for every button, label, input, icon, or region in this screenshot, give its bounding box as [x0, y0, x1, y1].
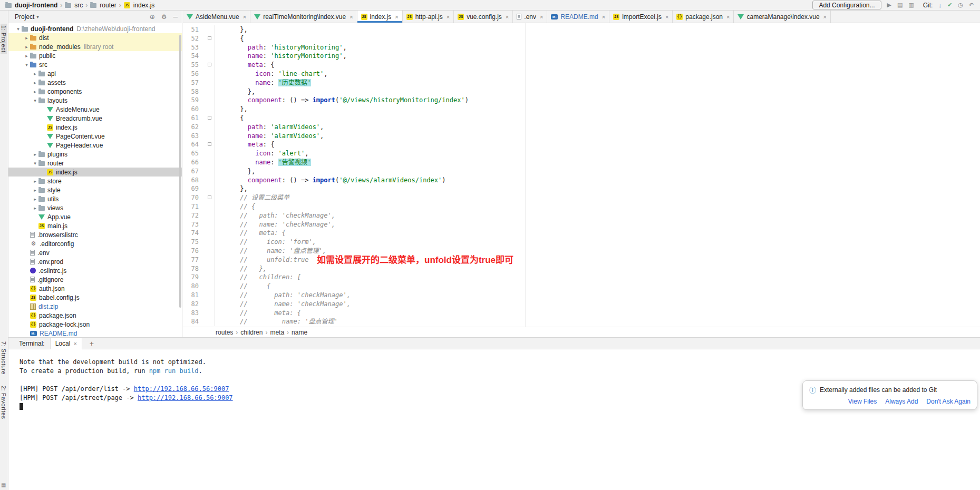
- line-number[interactable]: 54: [183, 52, 199, 61]
- chevron-collapsed-icon[interactable]: ▸: [32, 188, 38, 193]
- close-icon[interactable]: ×: [506, 14, 509, 20]
- tab--env[interactable]: .env×: [513, 11, 547, 23]
- line-number[interactable]: 79: [183, 273, 199, 282]
- chevron-expanded-icon[interactable]: ▾: [32, 98, 38, 103]
- notification-action-always-add[interactable]: Always Add: [885, 398, 918, 405]
- tree-item-api[interactable]: ▸api: [8, 69, 182, 78]
- line-number[interactable]: 66: [183, 158, 199, 167]
- run-icon[interactable]: ▶: [887, 2, 891, 8]
- chevron-collapsed-icon[interactable]: ▸: [23, 35, 30, 41]
- tree-item-auth-json[interactable]: {}auth.json: [8, 284, 182, 293]
- breadcrumb-item-src[interactable]: src: [65, 2, 83, 9]
- tree-item-app-vue[interactable]: App.vue: [8, 212, 182, 221]
- tree-item-dist-zip[interactable]: dist.zip: [8, 302, 182, 311]
- code-area[interactable]: 51 },52 {53 path: 'historyMonitoring',54…: [183, 23, 980, 327]
- tab-http-api-js[interactable]: JShttp-api.js×: [403, 11, 454, 23]
- close-icon[interactable]: ×: [350, 14, 353, 20]
- tree-item--eslintrc-js[interactable]: .eslintrc.js: [8, 266, 182, 275]
- chevron-expanded-icon[interactable]: ▾: [32, 161, 38, 166]
- tool-window-button-favorites[interactable]: 2: Favorites: [1, 386, 7, 419]
- terminal-link[interactable]: http://192.168.66.56:9007: [138, 394, 233, 401]
- close-icon[interactable]: ×: [823, 14, 827, 20]
- git-commit-icon[interactable]: ✔: [947, 2, 952, 8]
- breadcrumb-item-meta[interactable]: meta: [270, 329, 284, 336]
- line-number[interactable]: 68: [183, 176, 199, 185]
- project-scrollbar[interactable]: [179, 35, 181, 308]
- fold-icon[interactable]: [208, 36, 211, 40]
- chevron-collapsed-icon[interactable]: ▸: [32, 152, 38, 157]
- chevron-expanded-icon[interactable]: ▾: [23, 62, 30, 67]
- chevron-collapsed-icon[interactable]: ▸: [32, 197, 38, 202]
- tab-importexcel-js[interactable]: JSimportExcel.js×: [609, 11, 673, 23]
- tab-readme-md[interactable]: M↓README.md×: [547, 11, 609, 23]
- tree-item-main-js[interactable]: JSmain.js: [8, 221, 182, 230]
- tree-item-components[interactable]: ▸components: [8, 87, 182, 96]
- tree-item-package-json[interactable]: {}package.json: [8, 311, 182, 320]
- line-number[interactable]: 62: [183, 123, 199, 132]
- tool-window-switcher-icon[interactable]: ▦: [1, 482, 6, 488]
- breadcrumb-item-router[interactable]: router: [90, 2, 116, 9]
- breadcrumb-item-duoji-frontend[interactable]: duoji-frontend: [5, 2, 57, 9]
- line-number[interactable]: 61: [183, 114, 199, 123]
- git-revert-icon[interactable]: ↶: [969, 2, 974, 8]
- line-number[interactable]: 82: [183, 300, 199, 309]
- close-icon[interactable]: ×: [665, 14, 668, 20]
- tree-item-index-js[interactable]: JSindex.js: [8, 123, 182, 132]
- fold-icon[interactable]: [208, 116, 211, 120]
- line-number[interactable]: 70: [183, 193, 199, 202]
- line-number[interactable]: 67: [183, 167, 199, 176]
- line-number[interactable]: 75: [183, 238, 199, 247]
- chevron-collapsed-icon[interactable]: ▸: [32, 71, 38, 76]
- git-history-icon[interactable]: ◷: [958, 2, 963, 8]
- line-number[interactable]: 83: [183, 309, 199, 318]
- line-number[interactable]: 69: [183, 184, 199, 193]
- tree-item-breadcrumb-vue[interactable]: Breadcrumb.vue: [8, 114, 182, 123]
- line-number[interactable]: 59: [183, 96, 199, 105]
- tool-window-button-project[interactable]: 1: Project: [1, 24, 7, 54]
- line-number[interactable]: 84: [183, 317, 199, 326]
- chevron-collapsed-icon[interactable]: ▸: [32, 89, 38, 94]
- tree-item--gitignore[interactable]: .gitignore: [8, 275, 182, 284]
- fold-icon[interactable]: [208, 142, 211, 146]
- tree-item-duoji-frontend[interactable]: ▾duoji-frontendD:\zheheWeb\duoji-fronten…: [8, 24, 182, 33]
- tab-vue-config-js[interactable]: JSvue.config.js×: [454, 11, 513, 23]
- fold-icon[interactable]: [208, 63, 211, 66]
- breadcrumb-item-routes[interactable]: routes: [216, 329, 233, 336]
- line-number[interactable]: 52: [183, 34, 199, 43]
- tool-window-button-structure[interactable]: 7: Structure: [1, 341, 7, 375]
- breadcrumb-item-index-js[interactable]: JSindex.js: [124, 2, 155, 9]
- tab-realtimemonitoring-index-vue[interactable]: realTimeMonitoring\index.vue×: [250, 11, 357, 23]
- tab-index-js[interactable]: JSindex.js×: [357, 11, 403, 23]
- tree-item-router[interactable]: ▾router: [8, 159, 182, 168]
- tree-item--browserslistrc[interactable]: .browserslistrc: [8, 230, 182, 239]
- close-icon[interactable]: ×: [602, 14, 605, 20]
- tree-item-src[interactable]: ▾src: [8, 60, 182, 69]
- tree-item-pagecontent-vue[interactable]: PageContent.vue: [8, 132, 182, 141]
- line-number[interactable]: 55: [183, 61, 199, 70]
- tree-item-asidemenu-vue[interactable]: AsideMenu.vue: [8, 105, 182, 114]
- chevron-collapsed-icon[interactable]: ▸: [23, 44, 30, 50]
- line-number[interactable]: 80: [183, 282, 199, 291]
- chevron-collapsed-icon[interactable]: ▸: [32, 80, 38, 85]
- chevron-collapsed-icon[interactable]: ▸: [32, 205, 38, 211]
- tree-item-layouts[interactable]: ▾layouts: [8, 96, 182, 105]
- tree-item-utils[interactable]: ▸utils: [8, 194, 182, 203]
- chevron-collapsed-icon[interactable]: ▸: [32, 179, 38, 184]
- line-number[interactable]: 51: [183, 25, 199, 34]
- chevron-collapsed-icon[interactable]: ▸: [23, 53, 30, 58]
- project-panel-title[interactable]: Project ▾: [15, 13, 39, 21]
- tree-item-index-js[interactable]: JSindex.js: [8, 168, 182, 177]
- line-number[interactable]: 63: [183, 132, 199, 141]
- add-configuration-button[interactable]: Add Configuration...: [812, 1, 881, 9]
- close-icon[interactable]: ×: [726, 14, 730, 20]
- notification-action-don-t-ask-again[interactable]: Don't Ask Again: [926, 398, 971, 405]
- breadcrumb-item-children[interactable]: children: [240, 329, 263, 336]
- close-icon[interactable]: ×: [73, 340, 76, 347]
- tab-package-json[interactable]: {}package.json×: [673, 11, 734, 23]
- close-icon[interactable]: ×: [243, 14, 246, 20]
- locate-file-icon[interactable]: ⊕: [150, 13, 155, 21]
- line-number[interactable]: 58: [183, 87, 199, 96]
- close-icon[interactable]: ×: [540, 14, 543, 20]
- tree-item--editorconfig[interactable]: ⚙.editorconfig: [8, 239, 182, 248]
- tree-item--env[interactable]: .env: [8, 248, 182, 257]
